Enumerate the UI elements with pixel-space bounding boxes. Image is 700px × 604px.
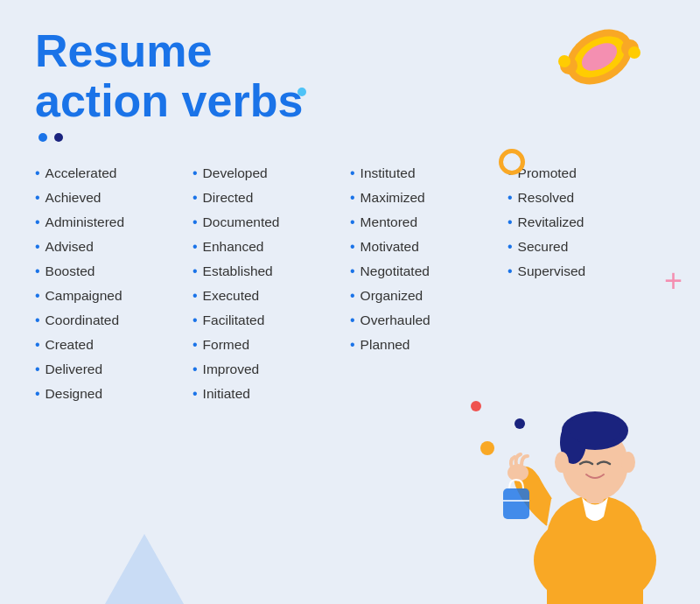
- verb-text: Documented: [203, 214, 280, 230]
- verb-text: Mentored: [360, 214, 417, 230]
- verb-text: Initiated: [203, 386, 250, 402]
- bullet-point: •: [508, 264, 513, 278]
- bullet-point: •: [35, 215, 40, 229]
- svg-point-13: [555, 452, 569, 473]
- verb-item: •Formed: [192, 333, 350, 357]
- verb-item: •Resolved: [508, 186, 665, 210]
- bullet-point: •: [192, 338, 198, 352]
- plus-decoration: +: [664, 263, 682, 299]
- verb-item: •Developed: [192, 161, 350, 186]
- verb-text: Achieved: [46, 190, 102, 206]
- verb-text: Organized: [360, 288, 424, 304]
- main-container: Resume action verbs •Accelerated•Achieve…: [0, 0, 700, 604]
- verb-text: Enhanced: [203, 239, 264, 255]
- verb-item: •Achieved: [35, 186, 192, 210]
- verb-text: Designed: [46, 386, 103, 402]
- verb-item: •Accelerated: [35, 161, 192, 186]
- verb-item: •Created: [35, 333, 192, 357]
- decorative-dots: [35, 133, 665, 142]
- verb-text: Boosted: [46, 263, 95, 279]
- bullet-point: •: [35, 166, 40, 180]
- verb-item: •Improved: [192, 357, 350, 382]
- verb-text: Resolved: [518, 190, 575, 206]
- verb-item: •Boosted: [35, 259, 192, 284]
- verb-text: Overhauled: [360, 313, 430, 328]
- verb-item: •Facilitated: [192, 308, 350, 333]
- verb-text: Supervised: [518, 263, 586, 279]
- triangle-decoration: [105, 534, 184, 604]
- dot-blue: [38, 133, 47, 142]
- verb-text: Formed: [203, 337, 249, 353]
- verb-text: Planned: [360, 337, 410, 353]
- bullet-point: •: [350, 191, 355, 205]
- verb-text: Directed: [203, 190, 254, 206]
- verb-item: •Administered: [35, 210, 192, 235]
- bullet-point: •: [350, 215, 355, 229]
- verb-text: Secured: [518, 239, 569, 255]
- dot-navy: [54, 133, 63, 142]
- verb-text: Accelerated: [46, 165, 117, 181]
- verb-column-col2: •Developed•Directed•Documented•Enhanced•…: [192, 161, 350, 406]
- verb-text: Motivated: [360, 239, 419, 255]
- verb-text: Administered: [46, 214, 124, 230]
- svg-point-6: [628, 46, 640, 59]
- svg-point-12: [569, 413, 621, 445]
- character-illustration: [499, 359, 691, 604]
- verb-item: •Established: [192, 259, 350, 284]
- verb-item: •Executed: [192, 284, 350, 308]
- verb-item: •Initiated: [192, 382, 350, 406]
- verb-text: Campaigned: [46, 288, 122, 304]
- verb-item: •Advised: [35, 235, 192, 259]
- verb-text: Facilitated: [203, 313, 265, 328]
- verb-item: •Planned: [350, 333, 508, 357]
- verb-text: Improved: [203, 362, 260, 377]
- bullet-point: •: [350, 166, 355, 180]
- svg-point-14: [621, 452, 635, 473]
- dot-yellow-decoration: [480, 441, 494, 455]
- verb-item: •Secured: [508, 235, 665, 259]
- svg-rect-16: [503, 488, 529, 519]
- dot-red-decoration: [471, 401, 481, 411]
- bullet-point: •: [35, 191, 40, 205]
- bullet-point: •: [35, 289, 40, 303]
- verb-item: •Negotitated: [350, 259, 508, 284]
- verb-item: •Motivated: [350, 235, 508, 259]
- verb-text: Created: [46, 337, 94, 353]
- bullet-point: •: [35, 264, 40, 278]
- circle-blue-decoration: [298, 88, 306, 96]
- bullet-point: •: [192, 215, 198, 229]
- verb-column-col1: •Accelerated•Achieved•Administered•Advis…: [35, 161, 192, 406]
- verb-item: •Mentored: [350, 210, 508, 235]
- bullet-point: •: [508, 191, 513, 205]
- bullet-point: •: [350, 338, 355, 352]
- bullet-point: •: [192, 240, 198, 254]
- verb-text: Promoted: [518, 165, 577, 181]
- verb-item: •Organized: [350, 284, 508, 308]
- verb-item: •Campaigned: [35, 284, 192, 308]
- verb-item: •Documented: [192, 210, 350, 235]
- bullet-point: •: [350, 264, 355, 278]
- verb-item: •Overhauled: [350, 308, 508, 333]
- bullet-point: •: [508, 240, 513, 254]
- verb-item: •Revitalized: [508, 210, 665, 235]
- verb-text: Revitalized: [518, 214, 584, 230]
- candy-decoration: [542, 18, 648, 96]
- verb-text: Executed: [203, 288, 260, 304]
- bullet-point: •: [35, 338, 40, 352]
- bullet-point: •: [192, 362, 198, 376]
- bullet-point: •: [350, 289, 355, 303]
- bullet-point: •: [508, 215, 513, 229]
- verb-item: •Designed: [35, 382, 192, 406]
- verb-text: Negotitated: [360, 263, 430, 279]
- verb-item: •Directed: [192, 186, 350, 210]
- verb-item: •Delivered: [35, 357, 192, 382]
- verb-text: Developed: [203, 165, 268, 181]
- bullet-point: •: [192, 166, 198, 180]
- bullet-point: •: [35, 240, 40, 254]
- bullet-point: •: [192, 387, 198, 401]
- verb-text: Coordinated: [46, 313, 119, 328]
- bullet-point: •: [192, 191, 198, 205]
- verb-item: •Maximized: [350, 186, 508, 210]
- verb-text: Delivered: [46, 362, 102, 377]
- verb-item: •Supervised: [508, 259, 665, 284]
